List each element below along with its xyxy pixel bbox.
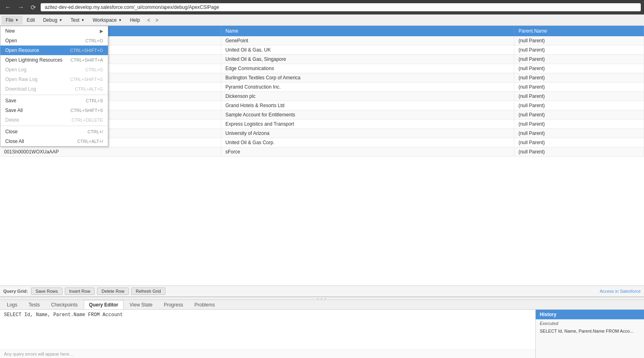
table-cell-parent: (null Parent) (514, 83, 644, 92)
table-cell-name: Grand Hotels & Resorts Ltd (221, 101, 514, 110)
file-menu-open-log: Open LogCTRL+G (0, 65, 108, 74)
qg-button-refresh-grid[interactable]: Refresh Grid (131, 288, 165, 295)
nav-back-icon[interactable]: < (146, 16, 152, 24)
file-menu-open-resource[interactable]: Open ResourceCTRL+SHIFT+O (0, 46, 108, 55)
file-menu-close-all[interactable]: Close AllCTRL+ALT+/ (0, 137, 108, 146)
table-cell-name: GenePoint (221, 36, 514, 46)
query-editor-content: SELECT Id, Name, Parent.Name FROM Accoun… (0, 310, 644, 358)
history-section-label: Executed (536, 319, 644, 327)
tabs-bar: LogsTestsCheckpointsQuery EditorView Sta… (0, 300, 644, 310)
query-grid-bar: Query Grid: Save RowsInsert RowDelete Ro… (0, 286, 644, 297)
menubar-item-edit[interactable]: Edit (23, 16, 39, 25)
table-cell-name: Sample Account for Entitlements (221, 110, 514, 120)
table-header-name[interactable]: Name (221, 26, 514, 36)
table-cell-parent: (null Parent) (514, 138, 644, 147)
back-button[interactable]: ← (3, 3, 13, 12)
table-cell-parent: (null Parent) (514, 55, 644, 64)
table-cell-name: United Oil & Gas Corp. (221, 138, 514, 147)
table-row[interactable]: 001Sh00001WOXUaAAPsForce(null Parent) (0, 147, 644, 157)
file-dropdown-menu: New▶OpenCTRL+OOpen ResourceCTRL+SHIFT+OO… (0, 26, 108, 147)
panel-splitter[interactable]: • • • (0, 297, 644, 300)
access-salesforce-link[interactable]: Access in Salesforce (600, 289, 641, 294)
forward-button[interactable]: → (16, 3, 26, 12)
table-cell-parent: (null Parent) (514, 110, 644, 120)
file-menu-open[interactable]: OpenCTRL+O (0, 36, 108, 46)
file-menu-open-lightning-resources[interactable]: Open Lightning ResourcesCTRL+SHIFT+A (0, 55, 108, 65)
table-cell-parent: (null Parent) (514, 92, 644, 101)
table-cell-name: Pyramid Construction Inc. (221, 83, 514, 92)
qg-button-save-rows[interactable]: Save Rows (31, 288, 62, 295)
history-item[interactable]: SELECT Id, Name, Parent.Name FROM Acco..… (536, 327, 644, 335)
table-cell-name: University of Arizona (221, 129, 514, 138)
table-cell-parent: (null Parent) (514, 120, 644, 129)
address-bar[interactable]: azitez-dev-ed.develop.my.salesforce.com/… (41, 3, 641, 11)
file-menu-close[interactable]: CloseCTRL+/ (0, 127, 108, 137)
menubar: New▶OpenCTRL+OOpen ResourceCTRL+SHIFT+OO… (0, 14, 644, 26)
history-panel: History Executed SELECT Id, Name, Parent… (535, 310, 644, 358)
nav-forward-icon[interactable]: > (154, 16, 160, 24)
file-menu-new[interactable]: New▶ (0, 26, 108, 36)
table-cell-parent: (null Parent) (514, 64, 644, 73)
table-cell-name: Dickenson plc (221, 92, 514, 101)
tab-checkpoints[interactable]: Checkpoints (46, 300, 83, 309)
table-cell-id: 001Sh00001WOXUaAAP (0, 147, 221, 157)
table-cell-name: sForce (221, 147, 514, 157)
query-error-area: Any query errors will appear here... (0, 350, 535, 358)
file-menu-delete: DeleteCTRL+DELETE (0, 115, 108, 125)
qg-button-insert-row[interactable]: Insert Row (65, 288, 95, 295)
qg-button-delete-row[interactable]: Delete Row (97, 288, 129, 295)
table-cell-name: United Oil & Gas, Singapore (221, 55, 514, 64)
file-menu-save-all[interactable]: Save AllCTRL+SHIFT+S (0, 106, 108, 115)
query-editor-main: SELECT Id, Name, Parent.Name FROM Accoun… (0, 310, 535, 358)
tab-query-editor[interactable]: Query Editor (84, 300, 124, 309)
table-cell-parent: (null Parent) (514, 129, 644, 138)
table-header-parent[interactable]: Parent.Name (514, 26, 644, 36)
file-menu-save[interactable]: SaveCTRL+S (0, 96, 108, 106)
menubar-item-debug[interactable]: Debug▼ (39, 16, 66, 25)
table-cell-parent: (null Parent) (514, 73, 644, 83)
query-input[interactable]: SELECT Id, Name, Parent.Name FROM Accoun… (0, 310, 535, 350)
table-cell-name: Edge Communications (221, 64, 514, 73)
history-header: History (536, 310, 644, 319)
table-cell-name: Express Logistics and Transport (221, 120, 514, 129)
browser-bar: ← → ⟳ azitez-dev-ed.develop.my.salesforc… (0, 0, 644, 14)
query-grid-label: Query Grid: (3, 289, 28, 294)
tab-view-state[interactable]: View State (124, 300, 158, 309)
bottom-panel: Query Grid: Save RowsInsert RowDelete Ro… (0, 286, 644, 358)
table-cell-name: Burlington Textiles Corp of America (221, 73, 514, 83)
table-cell-parent: (null Parent) (514, 46, 644, 55)
table-cell-parent: (null Parent) (514, 36, 644, 46)
table-cell-name: United Oil & Gas, UK (221, 46, 514, 55)
file-menu-download-log: Download LogCTRL+ALT+G (0, 84, 108, 94)
refresh-button[interactable]: ⟳ (29, 3, 37, 12)
tab-progress[interactable]: Progress (159, 300, 188, 309)
tab-logs[interactable]: Logs (2, 300, 23, 309)
table-cell-parent: (null Parent) (514, 147, 644, 157)
table-cell-parent: (null Parent) (514, 101, 644, 110)
tab-tests[interactable]: Tests (23, 300, 45, 309)
tab-problems[interactable]: Problems (189, 300, 220, 309)
nav-arrows: < > (146, 16, 160, 24)
file-menu-open-raw-log: Open Raw LogCTRL+SHIFT+G (0, 74, 108, 84)
menubar-item-test[interactable]: Test▼ (66, 16, 89, 25)
menubar-item-help[interactable]: Help (126, 16, 144, 25)
menubar-item-workspace[interactable]: Workspace▼ (89, 16, 126, 25)
menubar-item-file[interactable]: File▼ (2, 16, 23, 25)
